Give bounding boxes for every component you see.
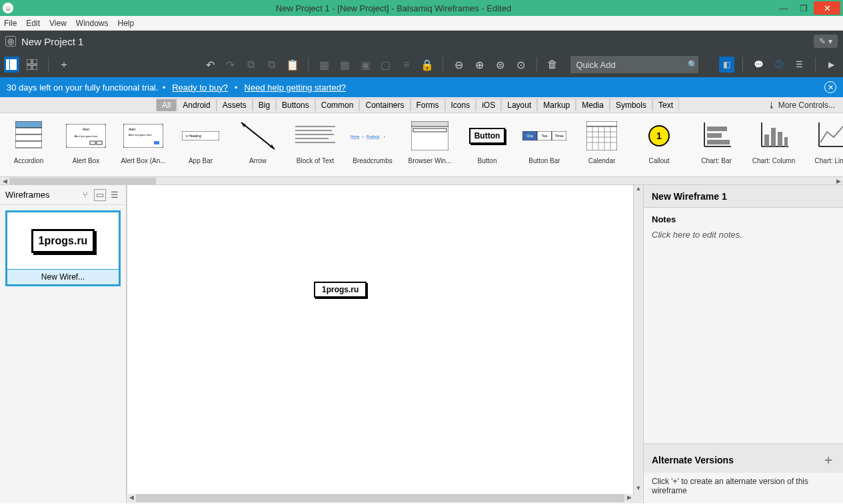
zoom-in-icon[interactable]: ⊕: [472, 57, 487, 73]
filter-tab-text[interactable]: Text: [652, 99, 679, 111]
send-back-icon[interactable]: ▢: [379, 57, 394, 73]
gallery-item[interactable]: Arrow: [229, 117, 287, 176]
filter-tab-containers[interactable]: Containers: [359, 99, 410, 111]
properties-icon[interactable]: ☰: [792, 57, 807, 73]
menu-view[interactable]: View: [49, 19, 67, 28]
gallery-item[interactable]: Chart: Bar: [688, 117, 745, 176]
gallery-item[interactable]: Home›Products›Breadcrumbs: [344, 117, 401, 176]
svg-text:Home: Home: [351, 134, 360, 138]
menu-edit[interactable]: Edit: [26, 19, 40, 28]
close-button[interactable]: ✕: [814, 1, 840, 15]
filter-tab-markup[interactable]: Markup: [537, 99, 576, 111]
copy-icon[interactable]: ⧉: [243, 57, 259, 73]
more-controls-button[interactable]: ⭳ More Controls...: [762, 99, 840, 111]
filter-tab-icons[interactable]: Icons: [445, 99, 476, 111]
notes-field[interactable]: Click here to edit notes.: [652, 230, 835, 240]
thumbnail-preview: 1progs.ru: [7, 212, 119, 270]
gallery-item[interactable]: ≡ HeadingApp Bar: [172, 117, 229, 176]
help-getting-started-link[interactable]: Need help getting started?: [245, 83, 347, 93]
canvas-vertical-scrollbar[interactable]: ▲ ▼: [634, 185, 643, 494]
main-toolbar: ＋ ↶ ↷ ⧉ ⧉ 📋 ▦ ▦ ▣ ▢ ≡ 🔒 ⊖ ⊕ ⊜ ⊙ 🗑 🔍 ◧ 💬 …: [0, 52, 843, 77]
gallery-item[interactable]: Chart: Line: [802, 117, 843, 176]
gallery-item[interactable]: ButtonButton: [458, 117, 516, 176]
canvas-horizontal-scrollbar[interactable]: ◀ ▶: [127, 494, 643, 503]
gallery-item[interactable]: Chart: Column: [745, 117, 802, 176]
filter-tab-ios[interactable]: iOS: [476, 99, 501, 111]
scroll-left-icon[interactable]: ◀: [0, 178, 9, 184]
svg-text:Products: Products: [367, 134, 380, 138]
dismiss-banner-button[interactable]: ✕: [824, 81, 836, 93]
gallery-item[interactable]: Accordion: [0, 117, 57, 176]
project-bar: ◎ New Project 1 ✎ ▾: [0, 31, 843, 52]
svg-rect-63: [784, 137, 788, 146]
wireframe-thumbnail[interactable]: 1progs.ru New Wiref...: [5, 210, 121, 286]
maximize-button[interactable]: ❐: [794, 1, 814, 15]
gallery-item[interactable]: OneTwoThreeButton Bar: [516, 117, 573, 176]
filter-tab-forms[interactable]: Forms: [411, 99, 445, 111]
canvas-button-element[interactable]: 1progs.ru: [314, 282, 367, 298]
scroll-left-icon[interactable]: ◀: [127, 494, 136, 503]
menu-windows[interactable]: Windows: [76, 19, 109, 28]
add-icon[interactable]: ＋: [57, 57, 72, 73]
lock-icon[interactable]: 🔒: [419, 57, 434, 73]
filter-tab-buttons[interactable]: Buttons: [276, 99, 315, 111]
add-alternate-button[interactable]: ＋: [822, 451, 835, 469]
project-name[interactable]: New Project 1: [21, 36, 83, 47]
zoom-actual-icon[interactable]: ⊙: [513, 57, 528, 73]
filter-tab-symbols[interactable]: Symbols: [610, 99, 652, 111]
clipboard-icon[interactable]: 📋: [285, 57, 300, 73]
group-icon[interactable]: ▦: [317, 57, 332, 73]
comments-icon[interactable]: 💬: [751, 57, 766, 73]
scroll-down-icon[interactable]: ▼: [634, 485, 643, 494]
bring-front-icon[interactable]: ▣: [358, 57, 373, 73]
filter-tab-all[interactable]: All: [156, 99, 177, 111]
scrollbar-thumb[interactable]: [9, 178, 156, 184]
gallery-item[interactable]: Calendar: [573, 117, 630, 176]
canvas[interactable]: 1progs.ru: [127, 185, 634, 494]
zoom-out-icon[interactable]: ⊖: [451, 57, 466, 73]
paste-icon[interactable]: ⧉: [264, 57, 279, 73]
filter-tab-assets[interactable]: Assets: [217, 99, 253, 111]
info-icon[interactable]: ⓘ: [772, 57, 787, 73]
minimize-button[interactable]: —: [774, 1, 794, 15]
svg-text:Two: Two: [541, 134, 547, 138]
main-area: Wireframes ⑂ ▭ ☰ 1progs.ru New Wiref... …: [0, 185, 843, 503]
gallery-item[interactable]: Block of Text: [287, 117, 344, 176]
scroll-right-icon[interactable]: ▶: [834, 178, 843, 184]
filter-tab-common[interactable]: Common: [315, 99, 360, 111]
scroll-right-icon[interactable]: ▶: [624, 494, 634, 503]
toggle-thumbnails-icon[interactable]: ▭: [94, 189, 106, 201]
filter-tab-android[interactable]: Android: [177, 99, 216, 111]
delete-icon[interactable]: 🗑: [545, 57, 560, 73]
gallery-item[interactable]: AlertAlert text goes hereAlert Box (An..…: [115, 117, 172, 176]
toggle-ui-icon[interactable]: ◧: [719, 57, 734, 73]
filter-tab-layout[interactable]: Layout: [501, 99, 537, 111]
svg-rect-6: [15, 121, 42, 128]
fullscreen-icon[interactable]: ▶: [824, 57, 839, 73]
filter-tab-media[interactable]: Media: [576, 99, 610, 111]
ready-to-buy-link[interactable]: Ready to buy?: [172, 83, 228, 93]
scrollbar-thumb[interactable]: [136, 494, 624, 502]
svg-text:›: ›: [384, 134, 385, 138]
zoom-fit-icon[interactable]: ⊜: [492, 57, 508, 73]
view-grid-icon[interactable]: [25, 57, 40, 73]
gallery-item[interactable]: 1Callout: [630, 117, 688, 176]
svg-rect-1: [10, 59, 17, 70]
gallery-scrollbar[interactable]: ◀ ▶: [0, 177, 843, 185]
list-view-icon[interactable]: ☰: [109, 189, 121, 201]
branch-icon[interactable]: ⑂: [79, 189, 91, 201]
scroll-up-icon[interactable]: ▲: [634, 185, 643, 194]
ungroup-icon[interactable]: ▦: [337, 57, 353, 73]
quick-add-input[interactable]: [570, 56, 698, 73]
gallery-item[interactable]: Browser Win...: [401, 117, 458, 176]
redo-icon[interactable]: ↷: [223, 57, 238, 73]
undo-icon[interactable]: ↶: [203, 57, 218, 73]
svg-rect-4: [27, 65, 31, 70]
align-icon[interactable]: ≡: [399, 57, 414, 73]
gallery-item[interactable]: AlertAlert text goes hereAlert Box: [57, 117, 115, 176]
view-single-icon[interactable]: [4, 57, 19, 73]
edit-project-button[interactable]: ✎ ▾: [814, 35, 838, 48]
menu-file[interactable]: File: [4, 19, 17, 28]
filter-tab-big[interactable]: Big: [253, 99, 276, 111]
menu-help[interactable]: Help: [118, 19, 135, 28]
